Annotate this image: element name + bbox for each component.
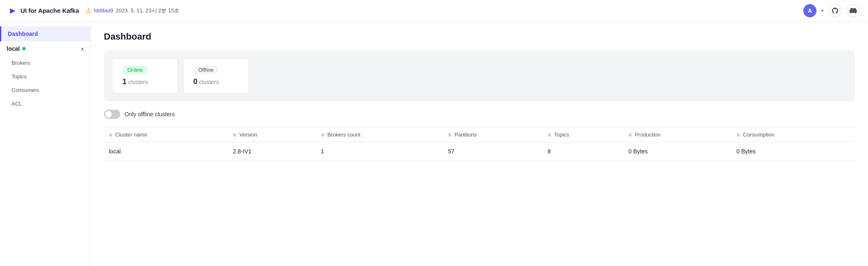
header-left: ► UI for Apache Kafka ⚠ fdd9ad9 2023. 5.… — [8, 5, 179, 16]
online-clusters-card: Online 1clusters — [112, 59, 178, 93]
app-name: UI for Apache Kafka — [21, 7, 79, 14]
github-button[interactable] — [828, 4, 842, 17]
sort-icon: ⇅ — [548, 133, 551, 137]
cluster-name: local — [7, 45, 20, 52]
sidebar-cluster-header[interactable]: local ∧ — [0, 41, 90, 56]
sort-icon: ⇅ — [448, 133, 451, 137]
sidebar-item-brokers[interactable]: Brokers — [0, 56, 90, 70]
stats-area: Online 1clusters Offline 0clusters — [104, 50, 855, 101]
sidebar-item-acl[interactable]: ACL — [0, 97, 90, 111]
user-initial: A — [808, 7, 812, 14]
user-menu-chevron[interactable]: ▾ — [821, 8, 823, 13]
toggle-row: Only offline clusters — [104, 110, 855, 119]
table-header-row: ⇅ Cluster name ⇅ Version ⇅ Brokers count… — [104, 127, 855, 142]
toggle-label: Only offline clusters — [124, 111, 175, 118]
sidebar-item-dashboard[interactable]: Dashboard — [0, 26, 90, 41]
col-topics[interactable]: ⇅ Topics — [543, 127, 624, 142]
main-layout: Dashboard local ∧ Brokers Topics Consume… — [0, 21, 868, 266]
col-consumption[interactable]: ⇅ Consumption — [732, 127, 855, 142]
sort-icon: ⇅ — [109, 133, 112, 137]
table-body: local 2.8-IV1 1 57 8 0 Bytes 0 Bytes — [104, 142, 855, 161]
sort-icon: ⇅ — [321, 133, 324, 137]
cell-consumption: 0 Bytes — [732, 142, 855, 161]
page-title: Dashboard — [104, 31, 855, 42]
app-logo: ► UI for Apache Kafka — [8, 5, 79, 16]
online-count: 1clusters — [122, 78, 168, 86]
sidebar-item-consumers[interactable]: Consumers — [0, 83, 90, 97]
col-brokers-count[interactable]: ⇅ Brokers count — [316, 127, 443, 142]
warning-icon: ⚠ — [86, 7, 91, 14]
sidebar-item-topics[interactable]: Topics — [0, 70, 90, 83]
sort-icon: ⇅ — [737, 133, 740, 137]
discord-button[interactable] — [847, 4, 860, 17]
timestamp: 2023. 5. 11. 23시 2분 15초 — [116, 7, 180, 14]
table-row: local 2.8-IV1 1 57 8 0 Bytes 0 Bytes — [104, 142, 855, 161]
col-version[interactable]: ⇅ Version — [228, 127, 316, 142]
cell-brokers-count: 1 — [316, 142, 443, 161]
offline-label: clusters — [199, 79, 219, 85]
offline-badge: Offline — [193, 66, 218, 74]
sort-icon: ⇅ — [629, 133, 632, 137]
offline-count: 0clusters — [193, 78, 239, 86]
alert-badge: ⚠ fdd9ad9 2023. 5. 11. 23시 2분 15초 — [86, 7, 180, 14]
user-avatar[interactable]: A — [803, 4, 816, 17]
sidebar-chevron-up-icon: ∧ — [81, 47, 84, 51]
cell-production: 0 Bytes — [624, 142, 732, 161]
online-badge: Online — [122, 66, 148, 74]
cell-partitions: 57 — [443, 142, 543, 161]
clusters-table: ⇅ Cluster name ⇅ Version ⇅ Brokers count… — [104, 127, 855, 161]
logo-icon: ► — [8, 5, 17, 16]
header-right: A ▾ — [803, 4, 860, 17]
cell-cluster-name: local — [104, 142, 228, 161]
sort-icon: ⇅ — [233, 133, 236, 137]
offline-clusters-card: Offline 0clusters — [183, 59, 249, 93]
offline-only-toggle[interactable] — [104, 110, 120, 119]
cell-topics: 8 — [543, 142, 624, 161]
sidebar: Dashboard local ∧ Brokers Topics Consume… — [0, 21, 91, 266]
header: ► UI for Apache Kafka ⚠ fdd9ad9 2023. 5.… — [0, 0, 868, 21]
table-head: ⇅ Cluster name ⇅ Version ⇅ Brokers count… — [104, 127, 855, 142]
commit-id: fdd9ad9 — [94, 7, 113, 14]
main-content: Dashboard Online 1clusters Offline 0clus… — [91, 21, 868, 266]
col-partitions[interactable]: ⇅ Partitions — [443, 127, 543, 142]
cluster-name-row: local — [7, 45, 26, 52]
online-label: clusters — [128, 79, 148, 85]
col-production[interactable]: ⇅ Production — [624, 127, 732, 142]
cell-version: 2.8-IV1 — [228, 142, 316, 161]
col-cluster-name[interactable]: ⇅ Cluster name — [104, 127, 228, 142]
online-indicator — [22, 47, 26, 50]
